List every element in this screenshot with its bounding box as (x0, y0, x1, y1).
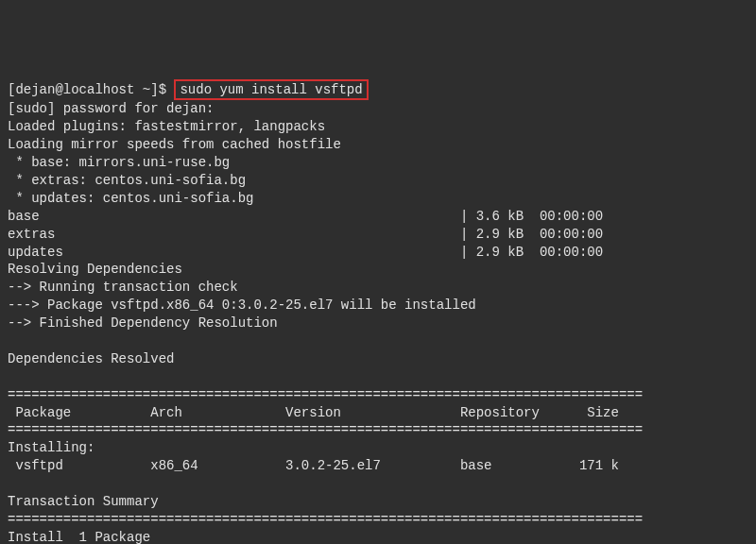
repo-base-line: base | 3.6 kB 00:00:00 (8, 209, 603, 224)
hr-top: ========================================… (8, 387, 643, 402)
command-text[interactable]: sudo yum install vsftpd (180, 82, 362, 97)
trans-check-line: --> Running transaction check (8, 280, 238, 295)
pkg-install-line: ---> Package vsftpd.x86_64 0:3.0.2-25.el… (8, 298, 476, 313)
table-header: Package Arch Version Repository Size (8, 405, 619, 420)
command-highlight: sudo yum install vsftpd (174, 79, 368, 101)
repo-extras-line: extras | 2.9 kB 00:00:00 (8, 227, 603, 242)
table-row: vsftpd x86_64 3.0.2-25.el7 base 171 k (8, 458, 619, 473)
hr-bottom: ========================================… (8, 512, 643, 527)
deps-resolved-line: Dependencies Resolved (8, 351, 174, 366)
install-count-line: Install 1 Package (8, 530, 150, 544)
mirror-base-line: * base: mirrors.uni-ruse.bg (8, 155, 230, 170)
sudo-password-line: [sudo] password for dejan: (8, 101, 214, 116)
finished-line: --> Finished Dependency Resolution (8, 315, 278, 331)
resolving-line: Resolving Dependencies (8, 262, 182, 277)
plugins-line: Loaded plugins: fastestmirror, langpacks (8, 119, 325, 134)
repo-updates-line: updates | 2.9 kB 00:00:00 (8, 245, 603, 260)
installing-label: Installing: (8, 440, 94, 455)
loading-line: Loading mirror speeds from cached hostfi… (8, 137, 341, 152)
shell-prompt: [dejan@localhost ~]$ (8, 82, 166, 97)
hr-mid: ========================================… (8, 422, 643, 437)
mirror-updates-line: * updates: centos.uni-sofia.bg (8, 191, 253, 206)
trans-summary-label: Transaction Summary (8, 494, 159, 509)
mirror-extras-line: * extras: centos.uni-sofia.bg (8, 173, 246, 188)
